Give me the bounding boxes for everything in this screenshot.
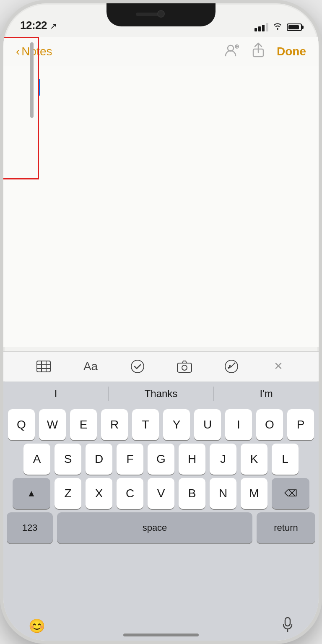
markup-toolbar-button[interactable] (221, 356, 242, 377)
keyboard-row-1: Q W E R T Y U I O P (3, 406, 319, 440)
share-icon[interactable] (252, 42, 265, 61)
battery-icon (287, 23, 302, 31)
signal-icon (254, 23, 268, 31)
format-icon: Aa (83, 360, 98, 373)
key-F[interactable]: F (117, 444, 143, 475)
key-S[interactable]: S (55, 444, 81, 475)
status-time: 12:22 ↗ (20, 19, 57, 32)
autocomplete-item-1[interactable]: Thanks (109, 382, 213, 406)
status-icons (254, 22, 302, 32)
autocomplete-bar: I Thanks I'm (3, 382, 319, 406)
scroll-indicator-area (3, 37, 39, 179)
phone-frame: 12:22 ↗ ‹ Notes (0, 0, 322, 644)
key-Y[interactable]: Y (163, 409, 190, 440)
key-T[interactable]: T (132, 409, 159, 440)
svg-rect-13 (285, 618, 290, 626)
keyboard-toolbar: Aa ✕ (3, 351, 319, 381)
nav-actions: Done (225, 42, 306, 61)
key-Z[interactable]: Z (55, 478, 81, 509)
autocomplete-item-2[interactable]: I'm (214, 382, 319, 406)
location-arrow-icon: ↗ (50, 21, 57, 31)
key-A[interactable]: A (23, 444, 50, 475)
keyboard-row-3: ▲ Z X C V B N M ⌫ (3, 475, 319, 509)
svg-point-8 (131, 360, 144, 373)
close-icon: ✕ (274, 360, 283, 373)
key-M[interactable]: M (241, 478, 267, 509)
svg-point-12 (234, 362, 236, 364)
key-H[interactable]: H (179, 444, 205, 475)
camera-toolbar-button[interactable] (174, 356, 195, 377)
key-Q[interactable]: Q (8, 409, 35, 440)
key-O[interactable]: O (256, 409, 283, 440)
key-E[interactable]: E (70, 409, 97, 440)
numbers-key[interactable]: 123 (7, 512, 53, 543)
key-X[interactable]: X (86, 478, 112, 509)
key-R[interactable]: R (101, 409, 128, 440)
done-button[interactable]: Done (277, 45, 306, 58)
format-toolbar-button[interactable]: Aa (80, 356, 101, 377)
text-cursor (39, 79, 40, 96)
nav-bar: ‹ Notes Done (3, 37, 319, 66)
emoji-key[interactable]: 😊 (29, 618, 45, 634)
key-D[interactable]: D (86, 444, 112, 475)
checklist-toolbar-button[interactable] (127, 356, 148, 377)
close-toolbar-button[interactable]: ✕ (268, 356, 289, 377)
key-K[interactable]: K (241, 444, 267, 475)
svg-point-10 (182, 365, 187, 370)
key-I[interactable]: I (225, 409, 252, 440)
mic-key[interactable] (282, 617, 293, 635)
key-U[interactable]: U (194, 409, 221, 440)
key-V[interactable]: V (148, 478, 174, 509)
keyboard-row-4: 123 space return (3, 509, 319, 547)
autocomplete-item-0[interactable]: I (3, 382, 108, 406)
scroll-track (30, 42, 34, 160)
camera (157, 10, 165, 18)
table-toolbar-button[interactable] (33, 356, 54, 377)
space-key[interactable]: space (57, 512, 252, 543)
svg-rect-3 (37, 361, 50, 372)
note-content-area[interactable] (3, 66, 319, 347)
add-collaborator-icon[interactable] (225, 43, 240, 60)
home-indicator (123, 634, 199, 636)
key-W[interactable]: W (39, 409, 66, 440)
key-J[interactable]: J (210, 444, 236, 475)
key-L[interactable]: L (272, 444, 299, 475)
wifi-icon (273, 22, 283, 32)
svg-rect-9 (177, 363, 192, 372)
key-P[interactable]: P (287, 409, 314, 440)
notch (106, 3, 216, 26)
delete-key[interactable]: ⌫ (272, 478, 309, 509)
keyboard: Q W E R T Y U I O P A S D F G H J K L ▲ … (3, 406, 319, 615)
key-G[interactable]: G (148, 444, 174, 475)
key-B[interactable]: B (179, 478, 205, 509)
shift-key[interactable]: ▲ (13, 478, 50, 509)
return-key[interactable]: return (257, 512, 315, 543)
keyboard-row-2: A S D F G H J K L (3, 440, 319, 475)
key-C[interactable]: C (117, 478, 143, 509)
bottom-bar: 😊 (3, 615, 319, 641)
key-N[interactable]: N (210, 478, 236, 509)
scroll-thumb[interactable] (30, 42, 34, 118)
